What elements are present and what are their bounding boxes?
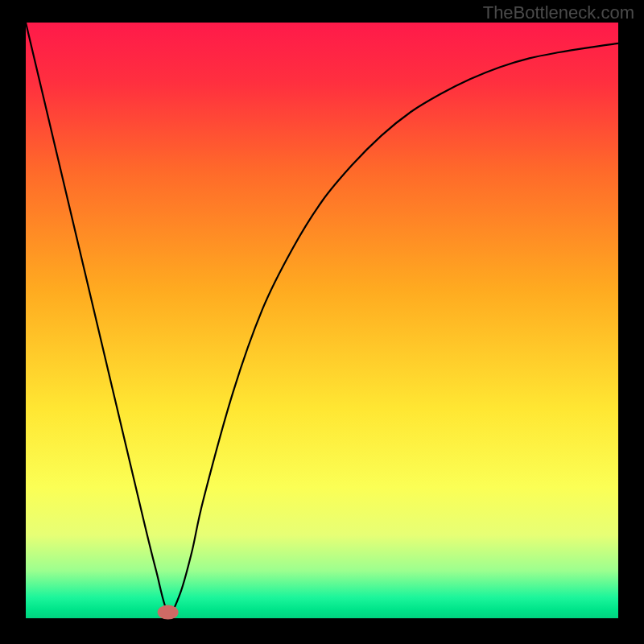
bottleneck-chart (0, 0, 644, 644)
plot-area (26, 23, 618, 618)
watermark-text: TheBottleneck.com (483, 2, 634, 23)
optimal-point-marker (158, 605, 179, 620)
chart-container: TheBottleneck.com (0, 0, 644, 644)
